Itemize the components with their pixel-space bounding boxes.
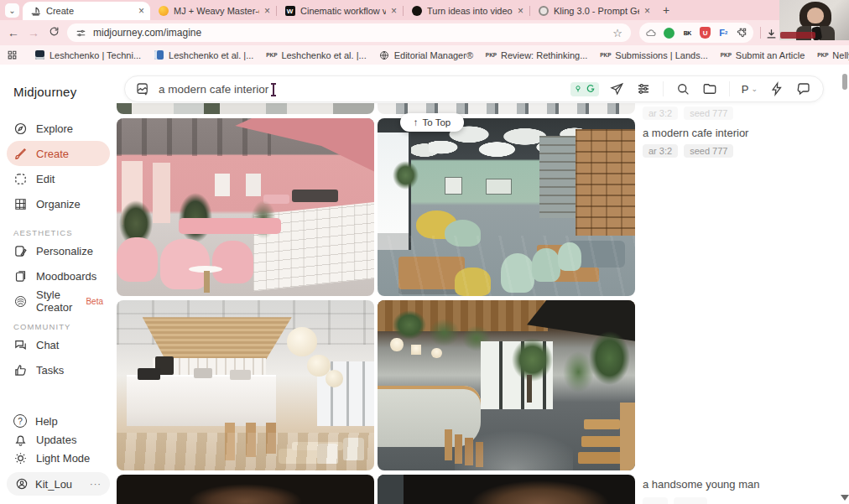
gallery-image-sliver-1[interactable] — [117, 103, 374, 114]
folder-icon[interactable] — [702, 81, 717, 96]
toolbar-separator — [729, 81, 730, 96]
w-favicon: W — [284, 6, 295, 17]
gallery-image-white-cafe[interactable] — [117, 300, 374, 470]
aspect-tag[interactable] — [643, 497, 668, 504]
bookmarks-bar: Leshchenko | Techni... Leshchenko et al.… — [0, 45, 849, 65]
sidebar: Midjourney Explore Create Edit Organize … — [0, 65, 117, 504]
account-button[interactable]: Kit_Lou ··· — [7, 472, 110, 496]
translate-extension-icon[interactable]: BK — [681, 27, 694, 39]
job-tags: ar 3:2 seed 777 — [643, 107, 733, 120]
bookmark-item[interactable]: PKPReview: Rethinking... — [486, 49, 587, 60]
job-tags: ar 3:2 seed 777 — [643, 144, 733, 158]
tab-kling[interactable]: Kling 3.0 - Prompt Generator - × — [530, 2, 656, 20]
thumbs-up-icon — [13, 363, 28, 377]
bookmark-item[interactable]: PKPSubmissions | Lands... — [600, 49, 707, 60]
sidebar-item-updates[interactable]: Updates — [7, 430, 110, 449]
browser-toolbar: ← → midjourney.com/imagine ☆ BK U F2 — [0, 20, 849, 45]
webcam-name-badge — [780, 32, 815, 39]
add-image-icon[interactable] — [135, 81, 150, 96]
bookmark-star-icon[interactable]: ☆ — [612, 27, 622, 39]
sidebar-item-chat[interactable]: Chat — [7, 332, 110, 357]
search-icon[interactable] — [675, 81, 690, 96]
emoji-favicon — [158, 6, 169, 17]
tab-close-icon[interactable]: × — [518, 5, 523, 17]
globe-favicon — [379, 49, 390, 60]
bookmark-item[interactable]: Editorial Manager® — [379, 49, 473, 60]
seed-tag[interactable]: seed 777 — [684, 144, 733, 158]
text-cursor-icon — [269, 83, 278, 96]
gallery-image-portrait-1[interactable] — [117, 475, 374, 504]
tab-close-icon[interactable]: × — [138, 5, 144, 17]
back-button[interactable]: ← — [3, 26, 23, 39]
aesthetics-header: AESTHETICS — [0, 226, 117, 238]
tab-title: Kling 3.0 - Prompt Generator - — [554, 6, 639, 16]
sidebar-item-explore[interactable]: Explore — [7, 116, 110, 141]
bookmark-item[interactable]: PKPSubmit an Article — [721, 49, 805, 60]
sidebar-item-personalize[interactable]: Personalize — [7, 238, 110, 263]
tab-close-icon[interactable]: × — [644, 5, 650, 17]
forward-button[interactable]: → — [23, 26, 44, 39]
account-menu-icon[interactable]: ··· — [90, 479, 102, 489]
webcam-overlay[interactable] — [779, 0, 849, 40]
new-tab-button[interactable]: + — [663, 3, 669, 17]
midjourney-logo[interactable]: Midjourney — [0, 85, 117, 99]
settings-sliders-icon[interactable] — [636, 81, 651, 96]
job-prompt[interactable]: a handsome young man — [643, 478, 759, 491]
sidebar-item-light-mode[interactable]: Light Mode — [7, 449, 110, 467]
to-top-button[interactable]: ↑ To Top — [400, 113, 464, 132]
extensions-puzzle-icon[interactable] — [735, 27, 747, 39]
tab-close-icon[interactable]: × — [391, 5, 397, 17]
sidebar-item-style-creator[interactable]: Style Creator Beta — [7, 288, 110, 314]
tab-title: Turn ideas into videos | AI vide — [427, 6, 513, 16]
aspect-tag[interactable]: ar 3:2 — [643, 144, 678, 158]
bookmark-item[interactable]: Leshchenko | Techni... — [34, 49, 141, 60]
apps-grid-icon[interactable] — [7, 49, 18, 60]
chat-bubble-icon[interactable] — [796, 81, 811, 96]
f-extension-icon[interactable]: F2 — [717, 27, 730, 39]
address-bar[interactable]: midjourney.com/imagine ☆ — [67, 23, 631, 42]
bookmark-item[interactable]: Leshchenko et al. |... — [154, 49, 253, 60]
send-icon[interactable] — [609, 81, 624, 96]
gallery-image-biophilic-cafe[interactable] — [378, 300, 635, 470]
gallery-image-pink-cafe[interactable] — [117, 118, 374, 296]
sidebar-item-edit[interactable]: Edit — [7, 166, 110, 191]
prompt-input[interactable]: a modern cafe interior — [159, 83, 268, 96]
seed-tag[interactable] — [674, 497, 707, 504]
bookmark-item[interactable]: PKPNellya Leshchenko,... — [817, 49, 849, 60]
scrollbar-thumb[interactable] — [842, 74, 847, 90]
ublock-extension-icon[interactable]: U — [699, 27, 711, 39]
grammarly-badge[interactable] — [570, 82, 599, 96]
job-prompt[interactable]: a modern cafe interior — [643, 127, 748, 139]
reload-button[interactable] — [44, 26, 64, 39]
sidebar-item-help[interactable]: ? Help — [7, 412, 110, 430]
tab-weavy[interactable]: MJ + Weavy Master-class | Top × — [150, 2, 276, 20]
midjourney-favicon — [30, 6, 41, 17]
cloud-extension-icon[interactable] — [645, 27, 658, 39]
seed-tag[interactable]: seed 777 — [684, 107, 733, 120]
scrollbar-down-arrow[interactable] — [841, 495, 849, 501]
download-icon[interactable] — [765, 28, 778, 40]
toolbar-divider — [760, 27, 761, 39]
personalization-toggle[interactable]: P ⌄ — [742, 83, 758, 96]
sidebar-item-tasks[interactable]: Tasks — [7, 357, 110, 382]
tab-videos[interactable]: Turn ideas into videos | AI vide × — [404, 2, 529, 20]
tab-search-button[interactable]: ⌄ — [5, 3, 19, 18]
pkp-favicon: PKP — [266, 49, 277, 60]
tab-close-icon[interactable]: × — [264, 5, 270, 17]
bookmark-item[interactable]: PKPLeshchenko et al. |... — [266, 49, 366, 60]
tab-cinematic[interactable]: W Cinematic workflow video × — [277, 2, 403, 20]
prompt-bar[interactable]: a modern cafe interior P — [124, 75, 824, 102]
url-text: midjourney.com/imagine — [93, 27, 612, 39]
account-name: Kit_Lou — [35, 478, 72, 491]
sidebar-item-create[interactable]: Create — [7, 141, 110, 166]
whatsapp-extension-icon[interactable] — [663, 27, 675, 39]
grammarly-g-icon — [586, 85, 595, 93]
fast-mode-icon[interactable] — [769, 81, 784, 96]
aspect-tag[interactable]: ar 3:2 — [643, 107, 678, 120]
gallery-image-green-cafe[interactable] — [378, 118, 635, 296]
gallery-image-portrait-2[interactable] — [378, 475, 635, 504]
sidebar-item-organize[interactable]: Organize — [7, 191, 110, 216]
tab-create[interactable]: Create × — [23, 2, 150, 20]
site-settings-icon[interactable] — [76, 28, 86, 39]
sidebar-item-moodboards[interactable]: Moodboards — [7, 263, 110, 288]
